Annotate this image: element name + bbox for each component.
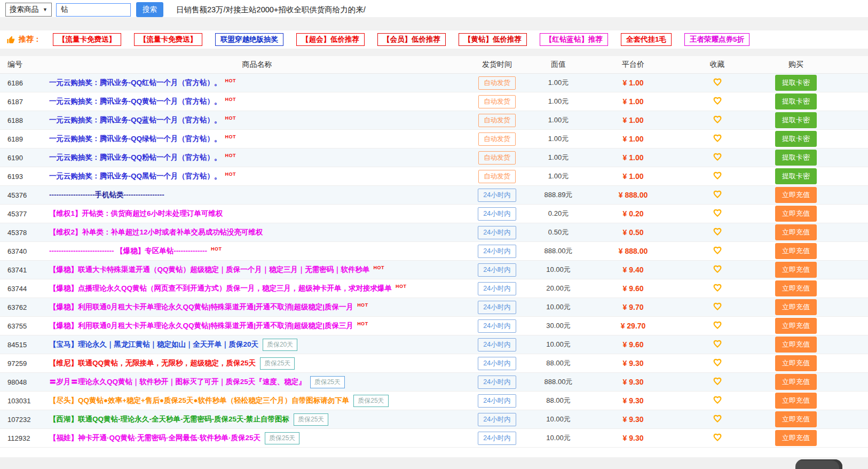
favorite-heart-icon[interactable] — [713, 302, 722, 311]
recommend-link[interactable]: 【会员】低价推荐 — [377, 33, 446, 46]
hot-badge: HOT — [225, 134, 236, 139]
buy-button[interactable]: 立即充值 — [775, 430, 817, 446]
row-id: 63744 — [0, 285, 43, 293]
hot-badge: HOT — [225, 115, 236, 121]
buy-button[interactable]: 立即充值 — [775, 393, 817, 409]
buy-button[interactable]: 提取卡密 — [775, 150, 817, 166]
buy-button[interactable]: 提取卡密 — [775, 131, 817, 147]
product-name-link[interactable]: 【福娃】神卡开通·QQ黄钻·无需密码·全网最低·软件秒单·质保25天 — [49, 433, 261, 443]
floating-chat-widget[interactable] — [795, 459, 842, 469]
favorite-heart-icon[interactable] — [713, 208, 722, 217]
row-id: 84515 — [0, 341, 43, 349]
search-category-select[interactable]: 搜索商品 ▼ — [5, 3, 52, 17]
buy-button[interactable]: 立即充值 — [775, 187, 817, 203]
buy-button[interactable]: 立即充值 — [775, 337, 817, 353]
recommend-link[interactable]: 【红钻蓝钻】推荐 — [540, 33, 608, 46]
recommend-link[interactable]: 全套代挂1毛 — [621, 33, 672, 46]
buy-button[interactable]: 立即充值 — [775, 206, 817, 222]
favorite-heart-icon[interactable] — [713, 283, 722, 292]
favorite-heart-icon[interactable] — [713, 115, 722, 124]
favorite-heart-icon[interactable] — [713, 264, 722, 273]
favorite-heart-icon[interactable] — [713, 433, 722, 442]
product-name-link[interactable]: 【尽头】QQ黄钻●效率+稳定+售后●质保25天●软件秒单（轻松稳定三个月）自带图… — [49, 396, 349, 405]
buy-button[interactable]: 立即充值 — [775, 243, 817, 259]
product-name-link[interactable]: 一元云购抽奖：腾讯业务-QQ蓝钻一个月（官方钻）。 — [49, 115, 222, 125]
buy-button[interactable]: 立即充值 — [775, 355, 817, 371]
product-name-link[interactable]: 【爆稳】利用联通0月租大卡开单理论永久QQ黄钻|特殊渠道开通|开通不取消|超级稳… — [49, 302, 353, 312]
platform-price: ¥ 0.20 — [588, 209, 678, 218]
product-name-link[interactable]: 【宝马】理论永久｜黑龙江黄钻｜稳定如山｜全天开单｜质保20天 — [49, 340, 258, 349]
recommend-link[interactable]: 王者荣耀点券5折 — [684, 33, 749, 46]
favorite-heart-icon[interactable] — [713, 339, 722, 348]
hot-badge: HOT — [225, 153, 236, 158]
search-input[interactable] — [56, 3, 131, 17]
recommend-link[interactable]: 联盟穿越绝版抽奖 — [215, 33, 283, 46]
product-name-link[interactable]: 【西湖】联通QQ黄钻-理论永久-全天秒单-无需密码-质保25天-禁止自带图标 — [49, 415, 289, 424]
buy-button[interactable]: 立即充值 — [775, 411, 817, 427]
table-row: 6193 一元云购抽奖：腾讯业务-QQ黑钻一个月（官方钻）。 HOT 自动发货 … — [0, 167, 868, 186]
product-name-link[interactable]: 【爆稳】利用联通0月租大卡开单理论永久QQ黄钻|特殊渠道开通|开通不取消|超级稳… — [49, 321, 353, 331]
buy-button[interactable]: 立即充值 — [775, 224, 817, 240]
product-name-link[interactable]: 一元云购抽奖：腾讯业务-QQ绿钻一个月（官方钻）。 — [49, 134, 222, 144]
recommend-link[interactable]: 【流量卡免费送】 — [134, 33, 202, 46]
favorite-heart-icon[interactable] — [713, 96, 722, 105]
face-value: 20.00元 — [529, 284, 588, 293]
product-name-link[interactable]: 【爆稳】点播理论永久QQ黄钻（网页查不到开通方式）质保一月，稳定三月，超级神卡开… — [49, 284, 392, 293]
product-name-link[interactable]: 一元云购抽奖：腾讯业务-QQ黑钻一个月（官方钻）。 — [49, 171, 222, 181]
product-name-link[interactable]: -------------------手机钻类----------------- — [49, 190, 164, 200]
product-name-link[interactable]: 一元云购抽奖：腾讯业务-QQ黄钻一个月（官方钻）。 — [49, 97, 222, 106]
buy-button[interactable]: 提取卡密 — [775, 93, 817, 110]
recommend-link[interactable]: 【流量卡免费送】 — [53, 33, 121, 46]
platform-price: ¥ 9.30 — [588, 359, 678, 368]
warranty-tag: 质保25天 — [353, 395, 388, 407]
favorite-heart-icon[interactable] — [713, 77, 722, 87]
product-name-link[interactable]: 一元云购抽奖：腾讯业务-QQ红钻一个月（官方钻）。 — [49, 78, 222, 88]
table-row: 63741 【爆稳】联通大卡特殊渠道开通（QQ黄钻）超级稳定｜质保一个月｜稳定三… — [0, 261, 868, 279]
product-name-link[interactable]: 【维尼】联通QQ黄钻，无限接单，无限秒，超级稳定，质保25天 — [49, 358, 256, 368]
row-id: 107232 — [0, 416, 43, 424]
buy-button[interactable]: 立即充值 — [775, 318, 817, 334]
row-id: 6186 — [0, 79, 43, 87]
favorite-heart-icon[interactable] — [713, 227, 722, 236]
buy-button[interactable]: 立即充值 — [775, 262, 817, 278]
hot-badge: HOT — [225, 78, 236, 83]
favorite-heart-icon[interactable] — [713, 134, 722, 143]
face-value: 1.00元 — [529, 171, 588, 181]
favorite-heart-icon[interactable] — [713, 190, 722, 199]
product-name-link[interactable]: --------------------------- 【爆稳】专区单钻----… — [49, 246, 207, 256]
table-row: 98048 〓岁月〓理论永久QQ黄钻｜软件秒开｜图标灭了可开｜质保25天『速度、… — [0, 373, 868, 392]
goods-table-body: 6186 一元云购抽奖：腾讯业务-QQ红钻一个月（官方钻）。 HOT 自动发货 … — [0, 74, 868, 448]
buy-button[interactable]: 立即充值 — [775, 374, 817, 390]
table-row: 45378 【维权2】补单类：补单超过12小时或者补单交易成功钻没亮可维权 24… — [0, 223, 868, 242]
recommend-link[interactable]: 【黄钻】低价推荐 — [459, 33, 527, 46]
favorite-heart-icon[interactable] — [713, 171, 722, 180]
row-id: 6190 — [0, 154, 43, 162]
favorite-heart-icon[interactable] — [713, 152, 722, 161]
platform-price: ¥ 1.00 — [588, 172, 678, 181]
face-value: 1.00元 — [529, 115, 588, 125]
favorite-heart-icon[interactable] — [713, 321, 722, 330]
header-delivery: 发货时间 — [465, 60, 529, 69]
recommend-link[interactable]: 【超会】低价推荐 — [296, 33, 365, 46]
platform-price: ¥ 1.00 — [588, 153, 678, 162]
product-name-link[interactable]: 【爆稳】联通大卡特殊渠道开通（QQ黄钻）超级稳定｜质保一个月｜稳定三月｜无需密码… — [49, 265, 369, 275]
buy-button[interactable]: 提取卡密 — [775, 112, 817, 128]
favorite-heart-icon[interactable] — [713, 358, 722, 367]
buy-button[interactable]: 立即充值 — [775, 299, 817, 315]
table-row: 63755 【爆稳】利用联通0月租大卡开单理论永久QQ黄钻|特殊渠道开通|开通不… — [0, 317, 868, 335]
delivery-badge: 24小时内 — [478, 357, 516, 370]
product-name-link[interactable]: 【维权1】开钻类：供货商超过6小时未处理订单可维权 — [49, 209, 223, 218]
table-row: 6190 一元云购抽奖：腾讯业务-QQ粉钻一个月（官方钻）。 HOT 自动发货 … — [0, 148, 868, 167]
favorite-heart-icon[interactable] — [713, 395, 722, 404]
product-name-link[interactable]: 一元云购抽奖：腾讯业务-QQ粉钻一个月（官方钻）。 — [49, 153, 222, 162]
buy-button[interactable]: 立即充值 — [775, 280, 817, 296]
favorite-heart-icon[interactable] — [713, 414, 722, 423]
buy-button[interactable]: 提取卡密 — [775, 75, 817, 91]
search-button[interactable]: 搜索 — [136, 2, 163, 17]
favorite-heart-icon[interactable] — [713, 377, 722, 386]
product-name-link[interactable]: 〓岁月〓理论永久QQ黄钻｜软件秒开｜图标灭了可开｜质保25天『速度、稳定』 — [49, 377, 306, 387]
product-name-link[interactable]: 【维权2】补单类：补单超过12小时或者补单交易成功钻没亮可维权 — [49, 228, 263, 237]
buy-button[interactable]: 提取卡密 — [775, 168, 817, 184]
favorite-heart-icon[interactable] — [713, 246, 722, 255]
face-value: 10.00元 — [529, 302, 588, 312]
